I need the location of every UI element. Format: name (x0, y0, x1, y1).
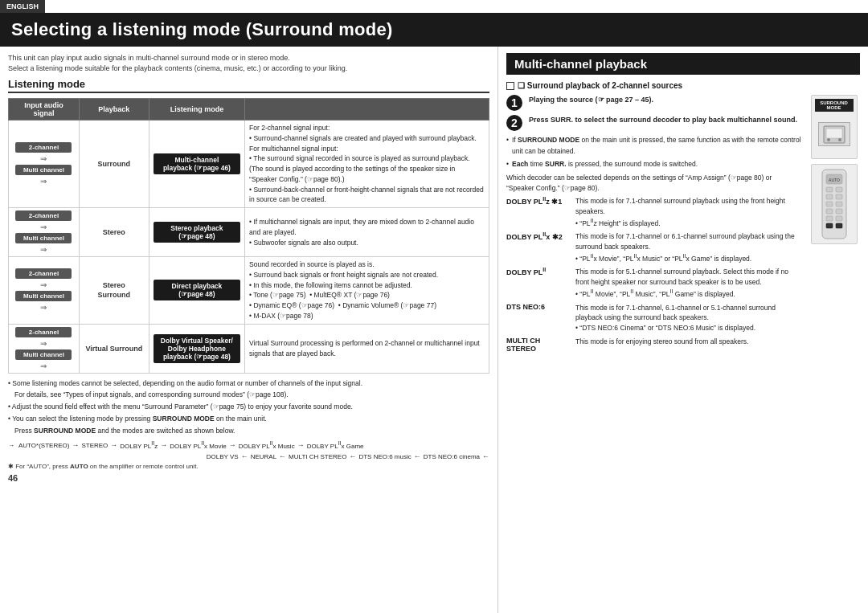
right-content-col: 1 Playing the source (☞ page 27 – 45). 2… (506, 95, 860, 356)
table-row: 2-channel ⇒ Multi channel ⇒ Stereo Stere… (9, 208, 489, 257)
svg-rect-1 (826, 129, 842, 138)
decoder-dolby-pliix: DOLBY PLIIx ✱2 This mode is for 7.1-chan… (506, 231, 801, 264)
svg-rect-14 (836, 209, 842, 214)
svg-rect-7 (826, 187, 833, 192)
surround-mode-device-image: SURROUNDMODE (811, 95, 858, 159)
col-playback: Playback (79, 99, 149, 121)
remote-control-image: AUTO (811, 164, 858, 244)
right-main-content: 1 Playing the source (☞ page 27 – 45). 2… (506, 95, 801, 356)
svg-rect-11 (826, 202, 833, 206)
step-1: 1 Playing the source (☞ page 27 – 45). (506, 95, 801, 111)
right-panel-title: Multi-channel playback (506, 53, 860, 75)
table-row: 2-channel ⇒ Multi channel ⇒ Surround Mul… (9, 121, 489, 208)
right-panel: Multi-channel playback ❑ Surround playba… (498, 47, 868, 613)
svg-point-2 (827, 138, 830, 141)
listening-mode-title: Listening mode (8, 78, 489, 93)
signal-box: 2-channel ⇒ Multi channel ⇒ (13, 210, 75, 254)
svg-rect-15 (826, 216, 833, 221)
svg-rect-12 (836, 202, 842, 206)
right-image-column: SURROUNDMODE (808, 95, 860, 356)
language-label: ENGLISH (0, 0, 45, 13)
main-title: Selecting a listening mode (Surround mod… (0, 13, 868, 47)
intro-text: This unit can play input audio signals i… (8, 53, 489, 73)
surround-subtitle: ❑ Surround playback of 2-channel sources (506, 81, 860, 90)
auto-note: ✱ For “AUTO”, press AUTO on the amplifie… (8, 463, 489, 470)
signal-box: 2-channel ⇒ Multi channel ⇒ (13, 268, 75, 312)
svg-rect-10 (836, 194, 842, 199)
svg-text:AUTO: AUTO (829, 178, 840, 182)
page-number: 46 (8, 473, 489, 483)
top-bar: ENGLISH (0, 0, 868, 13)
svg-rect-13 (826, 209, 833, 214)
svg-rect-17 (826, 223, 833, 228)
signal-box: 2-channel ⇒ Multi channel ⇒ (13, 327, 75, 370)
col-mode: Listening mode (149, 99, 244, 121)
decoder-dolby-pliiz: DOLBY PLIIz ✱1 This mode is for 7.1-chan… (506, 196, 801, 228)
checkbox-icon (506, 82, 514, 90)
left-panel: This unit can play input audio signals i… (0, 47, 498, 613)
listening-mode-table: Input audiosignal Playback Listening mod… (8, 98, 489, 374)
surround-flow: → AUTO*(STEREO) → STEREO → DOLBY PLIIz →… (8, 440, 489, 460)
table-row: 2-channel ⇒ Multi channel ⇒ Stereo Surro… (9, 257, 489, 325)
col-desc (245, 99, 489, 121)
notes-section: • Some listening modes cannot be selecte… (8, 378, 489, 436)
svg-rect-18 (836, 223, 842, 228)
decoder-dolby-plii: DOLBY PLII This mode is for 5.1-channel … (506, 267, 801, 299)
col-signal: Input audiosignal (9, 99, 80, 121)
decoder-dts-neo6: DTS NEO:6 This mode is for 7.1-channel, … (506, 303, 801, 333)
signal-box: 2-channel ⇒ Multi channel ⇒ (13, 142, 75, 186)
svg-point-3 (838, 138, 841, 141)
table-row: 2-channel ⇒ Multi channel ⇒ Virtual Surr… (9, 324, 489, 373)
step-2: 2 Press SURR. to select the surround dec… (506, 115, 801, 131)
bullet-section: • If SURROUND MODE on the main unit is p… (506, 135, 801, 193)
svg-rect-9 (826, 194, 833, 199)
svg-rect-8 (836, 187, 842, 192)
svg-rect-16 (836, 216, 842, 221)
decoder-multi-ch-stereo: MULTI CHSTEREO This mode is for enjoying… (506, 337, 801, 353)
